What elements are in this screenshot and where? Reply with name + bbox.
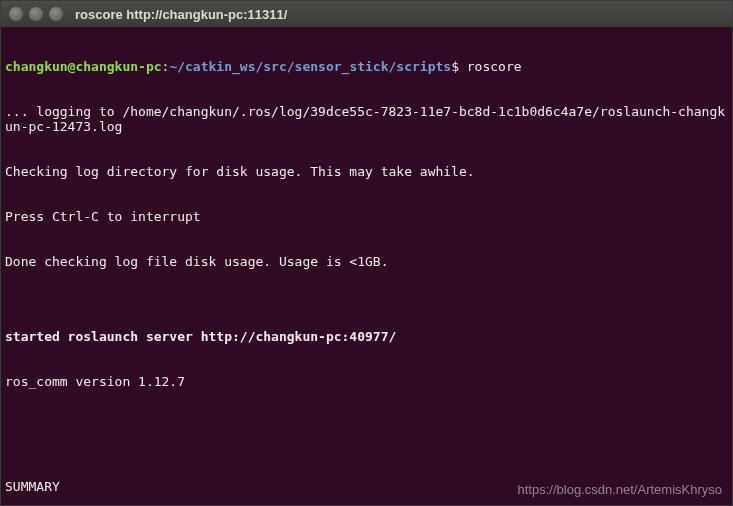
command-text: roscore bbox=[467, 59, 522, 74]
minimize-icon[interactable] bbox=[29, 7, 43, 21]
output-line: Done checking log file disk usage. Usage… bbox=[5, 254, 728, 269]
output-line: Checking log directory for disk usage. T… bbox=[5, 164, 728, 179]
output-line: started roslaunch server http://changkun… bbox=[5, 329, 728, 344]
output-line: SUMMARY bbox=[5, 479, 728, 494]
terminal-body[interactable]: changkun@changkun-pc:~/catkin_ws/src/sen… bbox=[1, 27, 732, 505]
output-line: ... logging to /home/changkun/.ros/log/3… bbox=[5, 104, 728, 134]
prompt-sigil: $ bbox=[451, 59, 467, 74]
prompt-line: changkun@changkun-pc:~/catkin_ws/src/sen… bbox=[5, 59, 728, 74]
window-title: roscore http://changkun-pc:11311/ bbox=[75, 7, 287, 22]
maximize-icon[interactable] bbox=[49, 7, 63, 21]
titlebar[interactable]: roscore http://changkun-pc:11311/ bbox=[1, 1, 732, 27]
prompt-cwd: ~/catkin_ws/src/sensor_stick/scripts bbox=[169, 59, 451, 74]
prompt-user-host: changkun@changkun-pc bbox=[5, 59, 162, 74]
window-buttons bbox=[9, 7, 63, 21]
terminal-window: roscore http://changkun-pc:11311/ changk… bbox=[0, 0, 733, 506]
output-line: ros_comm version 1.12.7 bbox=[5, 374, 728, 389]
close-icon[interactable] bbox=[9, 7, 23, 21]
output-line: Press Ctrl-C to interrupt bbox=[5, 209, 728, 224]
